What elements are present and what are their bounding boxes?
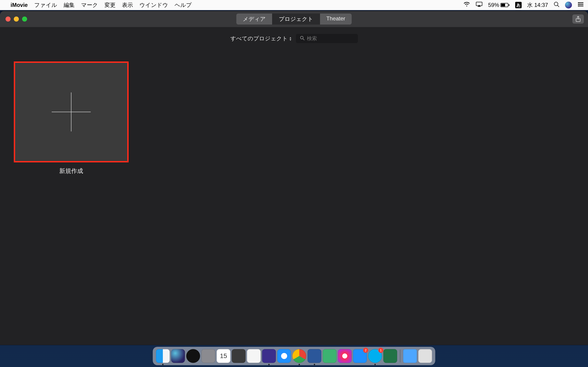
- project-filter-dropdown[interactable]: すべてのプロジェクト ▴▾: [230, 35, 291, 42]
- dock-excel[interactable]: [383, 349, 397, 363]
- svg-point-11: [578, 6, 579, 6]
- svg-line-5: [557, 5, 559, 7]
- share-icon: [576, 16, 581, 22]
- dock: 15 2 1: [153, 347, 435, 365]
- menu-help[interactable]: ヘルプ: [174, 1, 192, 9]
- dock-itunes[interactable]: [338, 349, 352, 363]
- dock-imovie[interactable]: [262, 349, 276, 363]
- projects-grid: 新規作成: [0, 48, 588, 189]
- filter-row: すべてのプロジェクト ▴▾: [0, 27, 588, 48]
- svg-point-13: [300, 36, 303, 39]
- menubar-right: 59% あ 水 14:37: [463, 1, 584, 9]
- dock-dashboard[interactable]: [186, 349, 200, 363]
- calendar-date-icon: 15: [216, 349, 230, 363]
- dock-finder[interactable]: [156, 349, 170, 363]
- svg-point-9: [578, 2, 579, 3]
- appstore-badge: 2: [363, 348, 368, 353]
- dock-vlc[interactable]: [247, 349, 261, 363]
- airplay-icon[interactable]: [476, 2, 483, 8]
- svg-rect-2: [501, 4, 505, 6]
- battery-percentage: 59%: [488, 2, 499, 8]
- dock-chrome[interactable]: [292, 349, 306, 363]
- battery-status[interactable]: 59%: [488, 2, 510, 8]
- new-project-item: 新規作成: [14, 61, 129, 175]
- search-input[interactable]: [307, 35, 354, 42]
- menu-modify[interactable]: 変更: [104, 1, 115, 9]
- tab-media[interactable]: メディア: [236, 14, 272, 25]
- siri-icon[interactable]: [565, 2, 572, 8]
- svg-point-10: [578, 4, 579, 5]
- menu-view[interactable]: 表示: [122, 1, 133, 9]
- dock-launchpad[interactable]: [201, 349, 215, 363]
- input-method-icon[interactable]: あ: [515, 2, 522, 8]
- share-button[interactable]: [572, 15, 584, 24]
- macos-menubar: iMovie ファイル 編集 マーク 変更 表示 ウインドウ ヘルプ 59% あ…: [0, 0, 588, 10]
- svg-line-14: [303, 39, 304, 40]
- project-filter-label: すべてのプロジェクト: [230, 35, 288, 42]
- window-controls: [6, 17, 27, 22]
- dock-safari[interactable]: [277, 349, 291, 363]
- window-maximize-button[interactable]: [22, 17, 27, 22]
- svg-rect-3: [509, 4, 510, 6]
- dock-skype[interactable]: 1: [368, 349, 382, 363]
- main-tabs: メディア プロジェクト Theater: [236, 14, 352, 25]
- calendar-day-number: 15: [220, 352, 227, 360]
- dock-separator: [400, 350, 400, 362]
- tab-projects[interactable]: プロジェクト: [272, 14, 320, 25]
- menu-file[interactable]: ファイル: [34, 1, 57, 9]
- dock-siri[interactable]: [171, 349, 185, 363]
- imovie-window: メディア プロジェクト Theater すべてのプロジェクト ▴▾ 新規作成: [0, 11, 588, 345]
- dock-appstore[interactable]: 2: [353, 349, 367, 363]
- window-titlebar: メディア プロジェクト Theater: [0, 11, 588, 27]
- dock-word[interactable]: [308, 349, 321, 363]
- dock-downloads[interactable]: [403, 349, 417, 363]
- app-menu[interactable]: iMovie: [10, 2, 28, 8]
- window-close-button[interactable]: [6, 17, 10, 22]
- stepper-icon: ▴▾: [290, 36, 291, 41]
- clock[interactable]: 水 14:37: [527, 1, 548, 9]
- dock-preview[interactable]: [323, 349, 337, 363]
- dock-calendar[interactable]: 15: [216, 349, 230, 363]
- menu-edit[interactable]: 編集: [64, 1, 75, 9]
- dock-app-1[interactable]: [232, 349, 246, 363]
- skype-badge: 1: [378, 348, 383, 353]
- menu-window[interactable]: ウインドウ: [139, 1, 168, 9]
- window-minimize-button[interactable]: [14, 17, 19, 22]
- search-icon: [300, 36, 304, 41]
- wifi-icon[interactable]: [463, 2, 470, 8]
- search-field[interactable]: [296, 34, 358, 43]
- new-project-label: 新規作成: [14, 167, 129, 175]
- spotlight-search-icon[interactable]: [553, 1, 560, 9]
- svg-point-4: [554, 2, 558, 6]
- new-project-button[interactable]: [14, 61, 129, 162]
- menubar-left: iMovie ファイル 編集 マーク 変更 表示 ウインドウ ヘルプ: [4, 1, 192, 9]
- notification-center-icon[interactable]: [578, 2, 584, 8]
- dock-trash[interactable]: [418, 349, 432, 363]
- tab-theater[interactable]: Theater: [320, 14, 352, 25]
- plus-icon: [52, 92, 91, 131]
- menu-mark[interactable]: マーク: [81, 1, 98, 9]
